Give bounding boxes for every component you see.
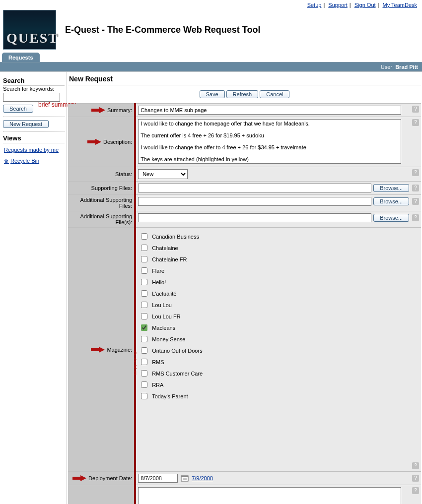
magazine-option[interactable]: RMS Customer Care (139, 368, 418, 379)
new-request-button[interactable]: New Request (3, 120, 49, 128)
magazine-checkbox[interactable] (141, 267, 147, 274)
comments-textarea[interactable] (138, 487, 401, 504)
magazine-name: Today's Parent (152, 393, 188, 399)
page-title: New Request (68, 73, 421, 85)
magazine-option[interactable]: Flare (139, 265, 418, 276)
help-icon[interactable]: ? (412, 119, 419, 126)
nav-signout[interactable]: Sign Out (354, 2, 376, 8)
help-icon[interactable]: ? (412, 214, 419, 221)
magazine-option[interactable]: RRA (139, 379, 418, 390)
help-icon[interactable]: ? (412, 185, 419, 191)
magazine-checklist: Canadian BusinessChatelaineChatelaine FR… (138, 230, 419, 403)
magazine-option[interactable]: L'actualité (139, 288, 418, 299)
status-select[interactable]: New (138, 169, 188, 179)
svg-marker-5 (99, 347, 105, 353)
supporting-files-input[interactable] (138, 184, 371, 192)
search-input[interactable] (3, 93, 60, 102)
sidebar: Search Search for keywords: Search New R… (0, 72, 67, 504)
magazine-checkbox[interactable] (141, 279, 147, 285)
magazine-option[interactable]: Ontario Out of Doors (139, 345, 418, 356)
magazine-checkbox[interactable] (141, 313, 147, 319)
magazine-name: L'actualité (152, 291, 176, 297)
summary-label: Summary: (107, 107, 132, 113)
magazine-option[interactable]: RMS (139, 356, 418, 368)
deployment-date-input[interactable] (138, 474, 178, 483)
magazine-option[interactable]: Money Sense (139, 333, 418, 345)
magazine-option[interactable]: Today's Parent (139, 390, 418, 402)
help-icon[interactable]: ? (412, 475, 419, 482)
magazine-label: Magazine: (107, 347, 132, 353)
magazine-name: RMS Customer Care (152, 371, 203, 377)
magazine-name: Lou Lou FR (152, 314, 180, 319)
tab-requests[interactable]: Requests (2, 53, 40, 62)
magazine-option[interactable]: Macleans (139, 322, 418, 333)
help-icon[interactable]: ? (412, 198, 419, 205)
magazine-option[interactable]: Lou Lou (139, 299, 418, 311)
additional-supporting-files-plural-input[interactable] (138, 213, 371, 222)
magazine-checkbox[interactable] (141, 336, 147, 342)
help-icon[interactable]: ? (412, 462, 419, 469)
refresh-button[interactable]: Refresh (226, 90, 259, 98)
arrow-icon (72, 475, 86, 481)
magazine-name: Hello! (152, 279, 166, 285)
deployment-date-link[interactable]: 7/9/2008 (192, 475, 213, 481)
description-textarea[interactable] (138, 119, 401, 164)
help-icon[interactable]: ? (412, 169, 419, 176)
magazine-option[interactable]: Hello! (139, 276, 418, 288)
additional-supporting-files-input[interactable] (138, 197, 371, 206)
magazine-checkbox[interactable] (141, 302, 147, 308)
magazine-checkbox[interactable] (141, 381, 147, 388)
additional-supporting-files-label: Additional Supporting Files: (80, 197, 133, 209)
browse-button[interactable]: Browse... (373, 214, 409, 222)
svg-marker-1 (99, 107, 105, 113)
nav-support[interactable]: Support (328, 2, 348, 8)
search-label: Search for keywords: (3, 86, 54, 92)
browse-button[interactable]: Browse... (373, 197, 409, 205)
magazine-name: Money Sense (152, 336, 185, 342)
nav-setup[interactable]: Setup (307, 2, 322, 8)
cancel-button[interactable]: Cancel (260, 90, 289, 98)
save-button[interactable]: Save (200, 90, 225, 98)
arrow-icon (91, 347, 105, 353)
nav-myteamdesk[interactable]: My TeamDesk (383, 2, 417, 8)
deployment-date-label: Deployment Date: (88, 475, 132, 481)
view-requests-by-me[interactable]: Requests made by me (4, 147, 59, 153)
recycle-bin[interactable]: Recycle Bin (4, 158, 39, 164)
top-nav: Setup| Support| Sign Out| My TeamDesk (0, 0, 422, 10)
browse-button[interactable]: Browse... (373, 184, 409, 192)
help-icon[interactable]: ? (412, 487, 419, 494)
magazine-checkbox[interactable] (141, 233, 147, 240)
magazine-checkbox[interactable] (141, 370, 147, 377)
magazine-checkbox[interactable] (141, 256, 147, 262)
summary-input[interactable] (138, 106, 401, 115)
calendar-icon[interactable] (181, 475, 189, 482)
magazine-name: Ontario Out of Doors (152, 348, 203, 354)
magazine-name: RRA (152, 382, 163, 388)
magazine-name: Chatelaine FR (152, 256, 187, 262)
magazine-option[interactable]: Chatelaine FR (139, 253, 418, 265)
help-icon[interactable]: ? (412, 106, 419, 113)
magazine-checkbox[interactable] (141, 393, 147, 399)
search-button[interactable]: Search (3, 105, 33, 113)
magazine-checkbox[interactable] (141, 324, 147, 331)
magazine-checkbox[interactable] (141, 290, 147, 297)
magazine-option[interactable]: Chatelaine (139, 242, 418, 253)
magazine-checkbox[interactable] (141, 347, 147, 354)
magazine-option[interactable]: Canadian Business (139, 231, 418, 242)
additional-supporting-files-plural-label: Additional Supporting File(s): (80, 213, 133, 225)
svg-marker-7 (80, 475, 86, 481)
user-prefix: User: (381, 64, 394, 70)
magazine-checkbox[interactable] (141, 245, 147, 251)
svg-rect-6 (72, 477, 80, 480)
svg-rect-0 (91, 109, 99, 112)
magazine-option[interactable]: Lou Lou FR (139, 311, 418, 322)
tab-strip: Requests (0, 53, 422, 63)
svg-rect-2 (87, 140, 95, 143)
magazine-checkbox[interactable] (141, 359, 147, 365)
description-label: Description: (103, 139, 132, 145)
svg-rect-4 (91, 348, 99, 351)
views-heading: Views (3, 133, 65, 143)
magazine-name: RMS (152, 359, 164, 365)
status-label: Status: (115, 171, 132, 177)
arrow-icon (87, 139, 101, 145)
